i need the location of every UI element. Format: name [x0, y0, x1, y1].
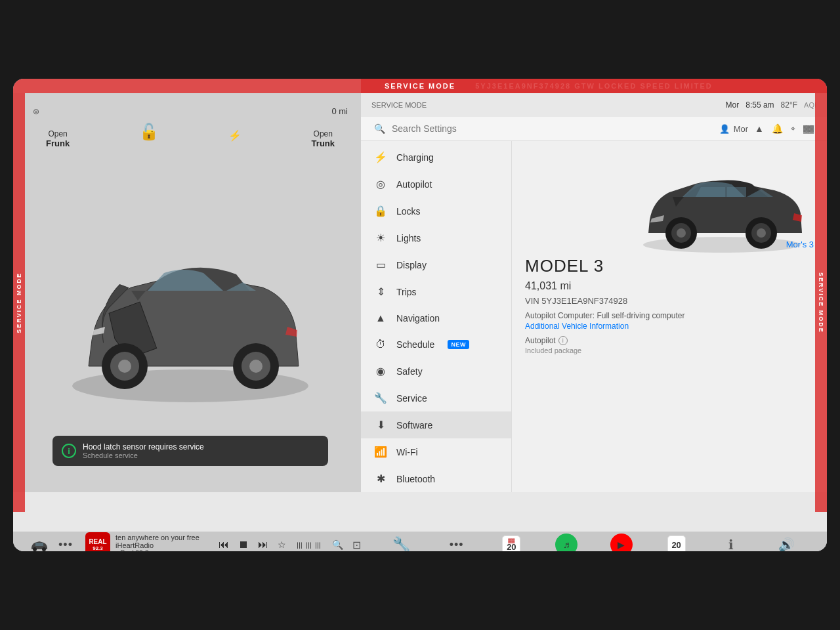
menu-item-display[interactable]: ▭ Display: [361, 251, 511, 278]
search-input[interactable]: [392, 123, 713, 134]
menu-item-schedule[interactable]: ⏱ Schedule NEW: [361, 331, 511, 358]
info-icon: ℹ: [728, 537, 734, 551]
lightning-icon: ⚡: [228, 129, 242, 142]
stop-button[interactable]: ⏹: [238, 539, 249, 551]
calendar-day-num: 20: [507, 543, 516, 551]
options-button[interactable]: •••: [444, 532, 470, 551]
calendar-button[interactable]: 20: [663, 532, 690, 551]
grid-button[interactable]: ▓▓ 20: [498, 532, 524, 551]
menu-item-service[interactable]: 🔧 Service: [361, 385, 511, 411]
autopilot-computer-label: Autopilot Computer:: [525, 311, 595, 320]
eq-icon: ⊜: [33, 107, 39, 116]
service-tools-button[interactable]: 🔧: [388, 532, 415, 551]
locks-icon: 🔒: [374, 205, 387, 217]
schedule-icon: ⏱: [374, 339, 387, 350]
software-icon: ⬇: [374, 419, 387, 431]
lights-icon: ☀: [374, 232, 387, 244]
spotify-icon: ♬: [555, 534, 578, 551]
navigation-icon: ▲: [374, 312, 387, 324]
schedule-label: Schedule: [396, 339, 434, 350]
volume-button[interactable]: 🔊: [773, 532, 799, 551]
skip-back-button[interactable]: ⏮: [219, 539, 229, 551]
left-panel: ⊜ 0 mi Open Frunk 🔓 ⚡ Open Trunk: [13, 93, 361, 492]
music-info: ten anywhere on your free iHeartRadio ▪ …: [116, 534, 213, 552]
day-display: Mor: [726, 100, 740, 110]
open-frunk-button[interactable]: Open Frunk: [46, 129, 70, 148]
main-area: ⊜ 0 mi Open Frunk 🔓 ⚡ Open Trunk: [13, 93, 827, 492]
radio-freq: 92.3: [93, 545, 103, 551]
autopilot-label: Autopilot: [396, 179, 432, 190]
service-mode-top-banner: SERVICE MODE: [13, 79, 827, 93]
trips-icon: ⇕: [374, 285, 387, 298]
menu-item-locks[interactable]: 🔒 Locks: [361, 198, 511, 224]
tools-icon: 🔧: [392, 536, 410, 551]
autopilot-computer-value: Full self-driving computer: [597, 311, 684, 320]
service-mode-left-banner: SERVICE MODE: [13, 93, 25, 512]
main-screen: SERVICE MODE SERVICE MODE SERVICE MODE ⊜…: [13, 79, 827, 551]
header-icons: ▲ 🔔 ⌖ ▓▓: [755, 123, 814, 134]
car-home-button[interactable]: [26, 532, 52, 551]
calendar-num: 20: [671, 541, 681, 549]
bluetooth-header-icon[interactable]: ⌖: [791, 124, 795, 133]
menu-item-wifi[interactable]: 📶 Wi-Fi: [361, 438, 511, 465]
play-icon: ▶: [618, 539, 625, 550]
more-options-button[interactable]: •••: [52, 532, 79, 551]
car-vin: VIN 5YJ3E1EA9NF374928: [525, 296, 814, 306]
caret-up-icon[interactable]: ▲: [755, 123, 764, 134]
additional-vehicle-info-link[interactable]: Additional Vehicle Information: [525, 322, 629, 331]
taskbar: ••• REAL 92.3 ten anywhere on your free …: [13, 532, 827, 551]
autopilot-info-icon[interactable]: i: [558, 336, 568, 345]
menu-item-autopilot[interactable]: ◎ Autopilot: [361, 171, 511, 198]
options-dots-icon: •••: [450, 538, 464, 552]
menu-item-navigation[interactable]: ▲ Navigation: [361, 305, 511, 331]
autopilot-icon: ◎: [374, 178, 387, 190]
service-label: Service: [396, 393, 427, 404]
car-controls: Open Frunk 🔓 ⚡ Open Trunk: [33, 129, 348, 148]
menu-item-bluetooth[interactable]: ✱ Bluetooth: [361, 465, 511, 492]
settings-body: ⚡ Charging ◎ Autopilot 🔒 Locks: [361, 141, 827, 492]
video-button[interactable]: ▶: [608, 532, 635, 551]
music-player-bar: REAL 92.3 ten anywhere on your free iHea…: [85, 532, 361, 551]
menu-item-software[interactable]: ⬇ Software: [361, 411, 511, 438]
user-profile[interactable]: 👤 Mor: [719, 124, 748, 134]
favorite-button[interactable]: ☆: [278, 539, 286, 550]
station-name: Real 92-3: [120, 549, 148, 552]
menu-item-safety[interactable]: ◉ Safety: [361, 358, 511, 385]
menu-item-trips[interactable]: ⇕ Trips: [361, 278, 511, 305]
car-model-name: MODEL 3: [525, 256, 814, 276]
spotify-button[interactable]: ♬: [553, 532, 579, 551]
service-mode-label-header: SERVICE MODE: [371, 101, 427, 109]
menu-item-lights[interactable]: ☀ Lights: [361, 224, 511, 251]
menu-item-charging[interactable]: ⚡ Charging: [361, 144, 511, 171]
svg-point-10: [677, 228, 686, 238]
svg-point-6: [249, 360, 262, 373]
temp-display: 82°F: [781, 100, 797, 110]
vin-value: 5YJ3E1EA9NF374928: [541, 296, 627, 306]
notification-main-text: Hood latch sensor requires service: [83, 442, 204, 452]
info-button[interactable]: ℹ: [718, 532, 744, 551]
wifi-icon: 📶: [374, 446, 387, 458]
open-trunk-button[interactable]: Open Trunk: [312, 129, 335, 148]
open-trunk-label-line1: Open: [314, 129, 333, 138]
skip-forward-button[interactable]: ⏭: [258, 539, 268, 551]
equalizer-button[interactable]: ⫼⫼⫼: [295, 539, 323, 550]
taskbar-right: 🔧 ••• ▓▓ 20 ♬ ▶: [361, 532, 827, 551]
car-home-icon: [30, 538, 49, 551]
bluetooth-icon: ✱: [374, 472, 387, 485]
vin-label: VIN: [525, 296, 539, 306]
safety-icon: ◉: [374, 365, 387, 377]
display-icon: ▭: [374, 259, 387, 271]
search-music-button[interactable]: 🔍: [332, 539, 343, 550]
wifi-label: Wi-Fi: [396, 447, 418, 457]
svg-point-13: [757, 228, 766, 238]
open-frunk-label-line1: Open: [48, 129, 67, 138]
notification-sub-text: Schedule service: [83, 452, 204, 459]
open-frunk-label-line2: Frunk: [46, 138, 70, 148]
cast-icon[interactable]: ⊡: [352, 539, 361, 551]
bell-icon[interactable]: 🔔: [772, 123, 783, 134]
charging-icon: ⚡: [374, 151, 387, 163]
calendar-icon: ▓▓ 20: [502, 536, 520, 551]
hood-notification[interactable]: i Hood latch sensor requires service Sch…: [52, 436, 328, 466]
car-illustration: [52, 222, 328, 406]
settings-header: 🔍 👤 Mor ▲ 🔔 ⌖ ▓▓: [361, 117, 827, 141]
